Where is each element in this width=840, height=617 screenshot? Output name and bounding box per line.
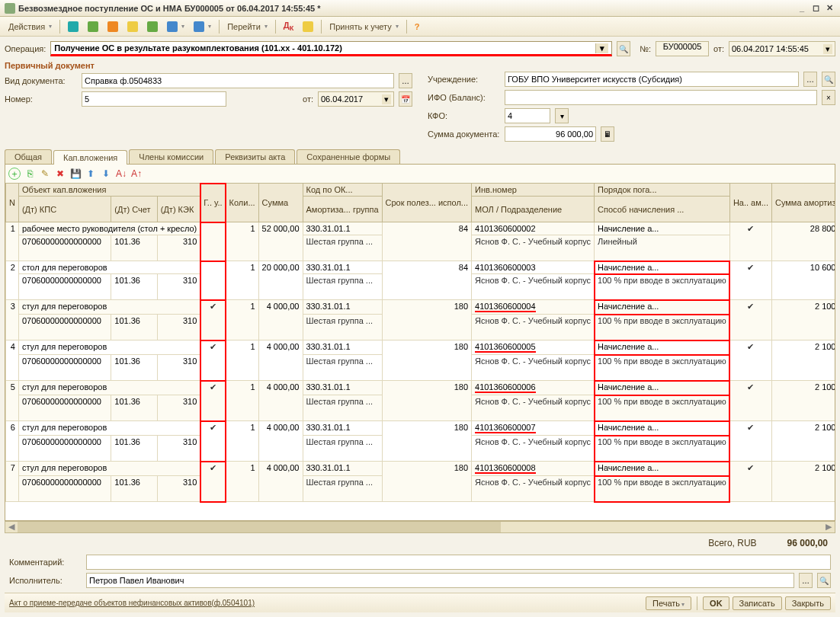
horizontal-scrollbar[interactable]: ◀ ▶ [5,521,835,533]
tool-4[interactable] [123,19,142,34]
accept-button[interactable]: Принять к учету [325,19,402,34]
kfo-input[interactable]: 4 [505,108,550,123]
table-row[interactable]: 2 стол для переговоров 1 20 000,00 330.3… [6,261,836,274]
doctype-input[interactable]: Справка ф.0504833 [82,73,394,88]
docsum-input[interactable]: 96 000,00 [505,126,596,142]
tab-commission[interactable]: Члены комиссии [129,149,213,164]
doctype-picker[interactable]: … [399,73,412,88]
actions-menu[interactable]: Действия [5,19,56,34]
close-button[interactable]: ✕ [823,3,835,14]
col-method[interactable]: Способ начисления ... [595,197,730,222]
close-form-button[interactable]: Закрыть [785,596,831,610]
col-obj[interactable]: Объект кап.вложения [18,184,200,197]
from-label: от: [303,94,313,104]
operation-lookup[interactable]: 🔍 [617,41,630,56]
footer-toolbar: Акт о приеме-передаче объектов нефинансо… [5,593,835,612]
totals-label: Всего, RUB [708,538,756,548]
ifo-clear[interactable]: × [822,90,835,105]
move-up-button[interactable]: ⬆ [85,168,97,180]
edit-button[interactable]: ✎ [39,168,51,180]
save-button[interactable]: 💾 [69,168,82,180]
scroll-track[interactable] [18,522,822,532]
help-button[interactable]: ? [411,19,424,34]
org-lookup[interactable]: 🔍 [822,72,835,87]
tool-5[interactable] [143,19,162,34]
col-dt-schet[interactable]: (Дт) Счет [111,197,157,222]
comment-label: Комментарий: [9,558,82,567]
delete-button[interactable]: ✖ [54,168,66,180]
calc-button[interactable]: 🖩 [601,126,614,142]
col-amsum[interactable]: Сумма амортиза... [771,184,835,222]
window-title: Безвозмездное поступление ОС и НМА БУ000… [18,4,794,13]
tabs: Общая Кап.вложения Члены комиссии Реквиз… [5,149,835,165]
col-sum[interactable]: Сумма [258,184,303,222]
tool-dk[interactable]: ДК [280,19,297,34]
ifo-input[interactable] [505,90,817,105]
number-field[interactable]: БУ000005 [656,41,709,56]
grid[interactable]: N Объект кап.вложения Г.. у.. Коли... Су… [5,183,835,521]
col-dt-kps[interactable]: (Дт) КПС [18,197,111,222]
tool-3[interactable] [104,19,122,34]
sort-asc-button[interactable]: A↓ [115,168,127,180]
col-srok[interactable]: Срок полез... испол... [382,184,472,222]
doc-date-input[interactable]: 06.04.2017 [318,91,394,107]
scroll-thumb[interactable] [18,522,501,532]
link-icon [194,21,204,32]
scroll-left[interactable]: ◀ [5,522,18,532]
maximize-button[interactable]: ◻ [810,3,822,14]
ifo-label: ИФО (Баланс): [428,93,500,102]
table-row[interactable]: 6 стул для переговоров 1 4 000,00 330.31… [6,421,836,436]
write-button[interactable]: Записать [733,596,782,610]
comment-input[interactable] [86,555,831,570]
col-pog[interactable]: Порядок пога... [595,184,730,197]
insert-button[interactable]: ⎘ [24,168,36,180]
calendar-button[interactable]: 📅 [399,91,412,107]
table-row[interactable]: 5 стул для переговоров 1 4 000,00 330.31… [6,381,836,395]
col-dt-kek[interactable]: (Дт) КЭК [157,197,200,222]
col-mol[interactable]: МОЛ / Подразделение [472,197,595,222]
executor-label: Исполнитель: [9,576,82,585]
minimize-button[interactable]: _ [796,3,808,14]
col-na[interactable]: На.. ам... [729,184,771,222]
doc-icon [68,21,79,32]
org-input[interactable]: ГОБУ ВПО Университет искусств (Субсидия) [505,72,799,87]
operation-bar: Операция: Получение ОС в результате разу… [5,41,835,56]
kfo-dropdown[interactable]: ▾ [555,108,569,123]
col-amgrp[interactable]: Амортиза... группа [303,197,382,222]
tool-1[interactable] [64,19,82,34]
executor-input[interactable]: Петров Павел Иванович [86,573,794,588]
num-input[interactable]: 5 [82,91,226,107]
act-link[interactable]: Акт о приеме-передаче объектов нефинансо… [9,599,255,607]
goto-menu[interactable]: Перейти [223,19,271,34]
table-row[interactable]: 7 стул для переговоров 1 4 000,00 330.31… [6,462,836,476]
date-field[interactable]: 06.04.2017 14:55:45 [729,41,835,56]
tool-7[interactable] [190,19,215,34]
tab-capital[interactable]: Кап.вложения [53,150,127,165]
col-qty[interactable]: Коли... [226,184,258,222]
tool-2[interactable] [84,19,102,34]
org-picker[interactable]: … [803,72,817,87]
executor-picker[interactable]: … [799,573,813,588]
tab-act-details[interactable]: Реквизиты акта [215,149,295,164]
tab-general[interactable]: Общая [5,149,52,164]
col-group[interactable]: Г.. у.. [200,184,226,222]
tool-6[interactable] [163,19,188,34]
executor-lookup[interactable]: 🔍 [817,573,831,588]
scroll-right[interactable]: ▶ [822,522,835,532]
table-row[interactable]: 3 стул для переговоров 1 4 000,00 330.31… [6,300,836,315]
col-inv[interactable]: Инв.номер [472,184,595,197]
sort-desc-button[interactable]: A↑ [130,168,143,180]
totals-bar: Всего, RUB 96 000,00 [5,533,835,553]
table-row[interactable]: 1 рабочее место руководителя (стол + кре… [6,222,836,235]
print-button[interactable]: Печать [646,596,691,610]
add-button[interactable]: ＋ [8,168,21,180]
tab-saved-forms[interactable]: Сохраненные формы [297,149,400,164]
operation-select[interactable]: Получение ОС в результате разукомплектов… [50,41,612,56]
tool-8[interactable] [299,19,317,34]
ok-button[interactable]: OK [703,596,729,610]
col-okof[interactable]: Код по ОК... [303,184,382,197]
move-down-button[interactable]: ⬇ [100,168,112,180]
date-from-label: от: [713,44,724,53]
col-n[interactable]: N [6,184,19,222]
table-row[interactable]: 4 стул для переговоров 1 4 000,00 330.31… [6,340,836,355]
